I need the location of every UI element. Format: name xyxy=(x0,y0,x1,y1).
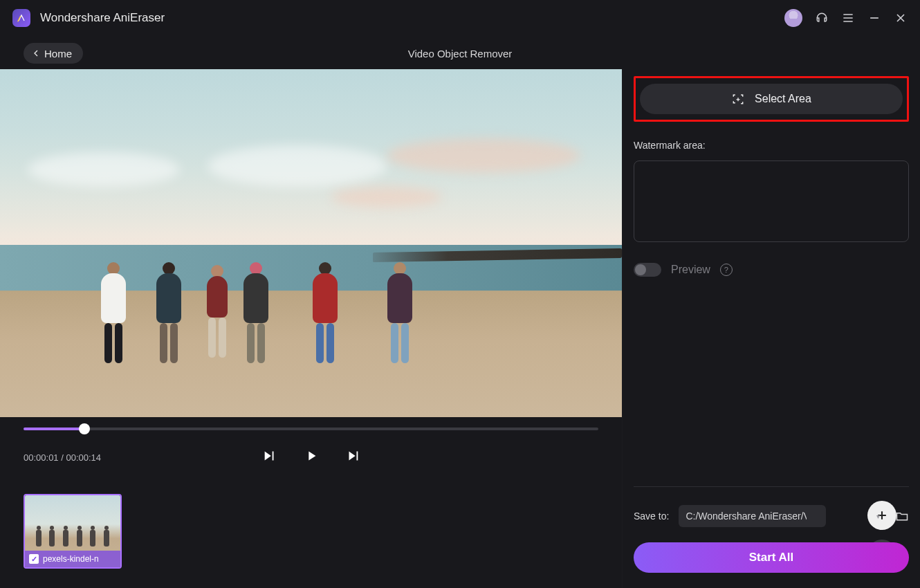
titlebar-right xyxy=(784,9,908,27)
thumbnail-item[interactable]: ✓ pexels-kindel-n xyxy=(24,494,122,569)
transport-buttons xyxy=(262,448,360,466)
start-all-button[interactable]: Start All xyxy=(634,542,909,573)
video-preview[interactable] xyxy=(0,69,622,417)
watermark-label: Watermark area: xyxy=(634,140,909,151)
select-area-button[interactable]: Select Area xyxy=(640,84,903,114)
preview-toggle[interactable] xyxy=(634,263,661,277)
playback-controls: 00:00:01 / 00:00:14 xyxy=(0,417,622,468)
titlebar: Wondershare AniEraser xyxy=(0,0,920,36)
support-icon[interactable] xyxy=(815,11,829,25)
home-label: Home xyxy=(44,48,72,59)
save-label: Save to: xyxy=(634,511,669,522)
chevron-down-icon: ▾ xyxy=(876,513,880,520)
subheader: Home Video Object Remover xyxy=(0,36,920,71)
right-panel: Select Area Watermark area: Preview ? Sa… xyxy=(622,69,920,588)
minimize-icon[interactable] xyxy=(867,11,881,25)
thumbnail-checkbox[interactable]: ✓ xyxy=(29,554,39,564)
left-pane: 00:00:01 / 00:00:14 xyxy=(0,69,622,588)
page-title: Video Object Remover xyxy=(408,48,513,59)
help-icon[interactable]: ? xyxy=(720,264,733,276)
progress-knob[interactable] xyxy=(79,423,90,434)
chevron-left-icon xyxy=(30,48,42,59)
start-all-label: Start All xyxy=(749,551,794,564)
selection-icon xyxy=(731,92,745,106)
divider xyxy=(634,486,909,487)
close-icon[interactable] xyxy=(894,11,908,25)
save-path-input[interactable] xyxy=(679,505,826,527)
watermark-area-box xyxy=(634,160,909,242)
main: 00:00:01 / 00:00:14 xyxy=(0,69,920,588)
preview-row: Preview ? xyxy=(634,263,909,277)
select-area-highlight: Select Area xyxy=(634,76,909,122)
menu-icon[interactable] xyxy=(841,11,855,25)
thumbnail-filename: pexels-kindel-n xyxy=(43,554,99,564)
avatar[interactable] xyxy=(784,9,802,27)
progress-slider[interactable] xyxy=(24,428,598,430)
play-button[interactable] xyxy=(304,448,319,466)
app-logo xyxy=(12,9,30,27)
folder-icon[interactable] xyxy=(895,509,909,523)
app-title: Wondershare AniEraser xyxy=(40,11,165,25)
select-area-label: Select Area xyxy=(755,93,811,105)
home-button[interactable]: Home xyxy=(24,43,83,64)
previous-button[interactable] xyxy=(262,448,277,466)
save-row: Save to: ▾ xyxy=(634,505,909,527)
next-button[interactable] xyxy=(345,448,360,466)
timecode: 00:00:01 / 00:00:14 xyxy=(24,452,101,463)
preview-label: Preview xyxy=(671,264,710,276)
logo-glyph-icon xyxy=(16,12,27,24)
video-frame xyxy=(0,69,622,417)
